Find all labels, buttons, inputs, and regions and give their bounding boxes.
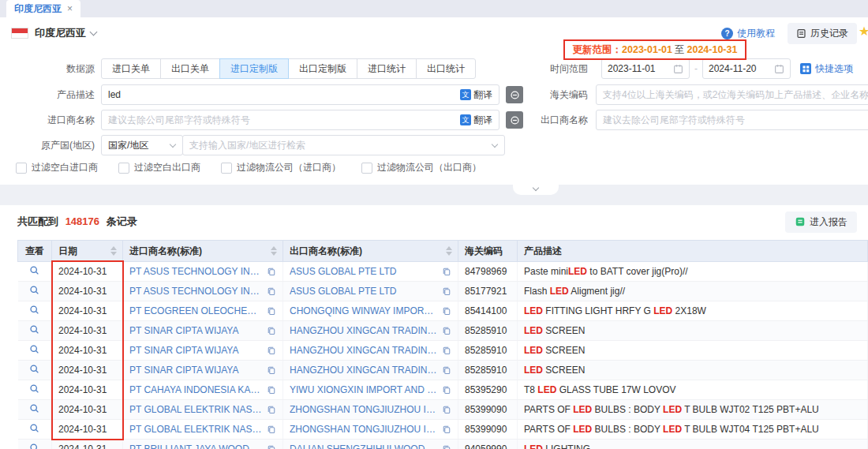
history-button[interactable]: 历史记录 — [788, 23, 857, 44]
col-date[interactable]: 日期 — [52, 241, 123, 262]
report-icon — [795, 216, 806, 227]
tab-import-statistics[interactable]: 进口统计 — [357, 58, 417, 79]
filter-logistics-importer[interactable]: 过滤物流公司（进口商） — [221, 161, 341, 174]
time-range-label: 时间范围 — [541, 58, 588, 79]
sort-icon[interactable] — [271, 246, 277, 256]
exporter-link[interactable]: ZHONGSHAN TONGJIUZHOU INTERNA... — [290, 404, 438, 415]
copy-icon[interactable] — [267, 444, 276, 449]
copy-icon[interactable] — [267, 405, 276, 414]
filter-blank-importer[interactable]: 过滤空白进口商 — [16, 161, 98, 174]
copy-icon[interactable] — [442, 385, 451, 395]
copy-icon[interactable] — [267, 326, 276, 335]
exporter-link[interactable]: HANGZHOU XINGCAN TRADING CO LTD — [290, 345, 438, 356]
importer-input[interactable]: 建议去除公司尾部字符或特殊符号 文 翻译 — [101, 110, 499, 130]
exporter-link[interactable]: HANGZHOU XINGCAN TRADING CO LTD — [290, 325, 438, 336]
copy-icon[interactable] — [267, 346, 276, 355]
date-cell: 2024-10-31 — [52, 301, 123, 321]
importer-link[interactable]: PT SINAR CIPTA WIJAYA — [129, 325, 263, 336]
exporter-link[interactable]: CHONGQING WINWAY IMPORT AND E... — [290, 305, 438, 316]
view-record-button[interactable] — [29, 364, 39, 374]
tab-export-statistics[interactable]: 出口统计 — [416, 58, 476, 79]
copy-icon[interactable] — [442, 444, 451, 449]
tab-export-declarations[interactable]: 出口关单 — [160, 58, 220, 79]
exporter-link[interactable]: YIWU XIONGXIN IMPORT AND EXPORT... — [290, 384, 438, 395]
view-record-button[interactable] — [29, 403, 39, 413]
copy-icon[interactable] — [267, 385, 276, 395]
quick-options-button[interactable]: 快捷选项 — [800, 62, 853, 76]
copy-icon[interactable] — [267, 306, 276, 316]
filter-logistics-exporter[interactable]: 过滤物流公司（出口商） — [361, 161, 481, 174]
hs-code-cell: 94059990 — [458, 440, 518, 449]
copy-icon[interactable] — [267, 267, 276, 276]
view-record-button[interactable] — [29, 324, 39, 335]
product-desc-cell: LED LIGHTING — [518, 440, 868, 449]
exporter-link[interactable]: ASUS GLOBAL PTE LTD — [290, 286, 438, 297]
translate-button[interactable]: 文 翻译 — [460, 114, 492, 127]
importer-link[interactable]: PT ECOGREEN OLEOCHEMICALS — [129, 305, 263, 316]
tab-import-custom[interactable]: 进口定制版 — [219, 58, 289, 79]
copy-icon[interactable] — [267, 286, 276, 296]
importer-link[interactable]: PT GLOBAL ELEKTRIK NASIONAL — [129, 404, 263, 415]
view-record-button[interactable] — [29, 305, 39, 315]
importer-link[interactable]: PT SINAR CIPTA WIJAYA — [129, 365, 263, 376]
view-record-button[interactable] — [29, 423, 39, 433]
view-record-button[interactable] — [29, 265, 39, 275]
origin-country-label: 原产国(地区) — [12, 135, 95, 155]
sort-icon[interactable] — [446, 246, 452, 256]
col-importer[interactable]: 进口商名称(标准) — [123, 241, 283, 262]
copy-icon[interactable] — [442, 405, 451, 414]
end-date-input[interactable]: 2024-11-20 — [702, 58, 791, 79]
exporter-link[interactable]: DALIAN SHENGZHIHUI WOOD INDUST... — [290, 443, 438, 449]
chevron-down-icon[interactable] — [90, 28, 98, 36]
copy-icon[interactable] — [442, 326, 451, 335]
checkbox[interactable] — [118, 163, 129, 174]
exporter-link[interactable]: HANGZHOU XINGCAN TRADING CO LTD — [290, 365, 438, 376]
exporter-input[interactable]: 建议去除公司尾部字符或特殊符号 — [596, 110, 868, 130]
view-record-button[interactable] — [29, 384, 39, 394]
importer-link[interactable]: PT ASUS TECHNOLOGY INDONESIA BA... — [129, 286, 263, 297]
copy-icon[interactable] — [442, 346, 451, 355]
circled-minus-icon[interactable] — [506, 111, 523, 129]
view-record-button[interactable] — [29, 443, 39, 449]
tab-import-declarations[interactable]: 进口关单 — [101, 58, 161, 79]
circled-minus-icon[interactable] — [506, 86, 523, 103]
exporter-link[interactable]: ZHONGSHAN TONGJIUZHOU INTERNA... — [290, 424, 438, 435]
copy-icon[interactable] — [442, 267, 451, 276]
copy-icon[interactable] — [442, 425, 451, 434]
tutorial-link[interactable]: ? 使用教程 — [721, 27, 775, 40]
view-record-button[interactable] — [29, 344, 39, 354]
origin-country-search-input[interactable]: 支持输入国家/地区进行检索 — [182, 135, 505, 155]
product-desc-input[interactable]: led 文 翻译 — [101, 84, 499, 105]
checkbox[interactable] — [361, 163, 372, 174]
importer-link[interactable]: PT CAHAYA INDONESIA KARGO — [129, 384, 263, 395]
country-tab[interactable]: 印度尼西亚 × — [6, 0, 80, 17]
copy-icon[interactable] — [442, 306, 451, 316]
hs-code-input[interactable]: 支持4位以上海关编码，或2位海关编码加上产品描述、企业名称的任意信息 — [596, 84, 868, 105]
collapse-form-button[interactable] — [513, 185, 559, 195]
importer-link[interactable]: PT GLOBAL ELEKTRIK NASIONAL — [129, 424, 263, 435]
exporter-link[interactable]: ASUS GLOBAL PTE LTD — [290, 266, 438, 277]
date-cell: 2024-10-31 — [52, 262, 123, 282]
start-date-input[interactable]: 2023-11-01 — [601, 58, 690, 79]
importer-link[interactable]: PT SINAR CIPTA WIJAYA — [129, 345, 263, 356]
filter-blank-exporter[interactable]: 过滤空白出口商 — [118, 161, 200, 174]
checkbox[interactable] — [16, 163, 27, 174]
product-desc-cell: PARTS OF LED BULBS : BODY LED T BULB WJT… — [518, 420, 868, 440]
col-exporter[interactable]: 出口商名称(标准) — [283, 241, 458, 262]
copy-icon[interactable] — [267, 425, 276, 434]
view-record-button[interactable] — [29, 285, 39, 295]
favorite-star-icon[interactable]: ★ — [859, 24, 868, 39]
enter-report-button[interactable]: 进入报告 — [785, 211, 857, 233]
close-icon[interactable]: × — [67, 3, 73, 14]
product-desc-cell: LED SCREEN — [518, 341, 868, 361]
sort-icon[interactable] — [110, 246, 117, 256]
copy-icon[interactable] — [267, 365, 276, 375]
translate-button[interactable]: 文 翻译 — [460, 88, 492, 102]
origin-country-select[interactable]: 国家/地区 — [101, 135, 183, 155]
importer-link[interactable]: PT ASUS TECHNOLOGY INDONESIA BA... — [129, 266, 263, 277]
tab-export-custom[interactable]: 出口定制版 — [288, 58, 357, 79]
copy-icon[interactable] — [442, 365, 451, 375]
copy-icon[interactable] — [442, 286, 451, 296]
importer-link[interactable]: PT BRILLIANT JAYA WOOD INDUSTRY — [129, 443, 263, 449]
checkbox[interactable] — [221, 163, 232, 174]
